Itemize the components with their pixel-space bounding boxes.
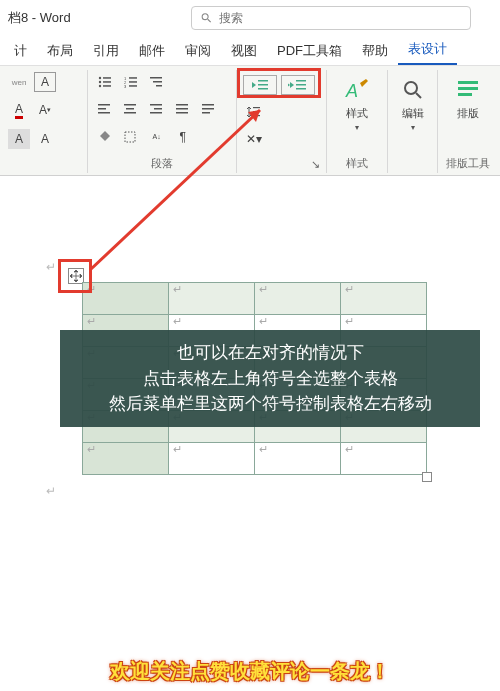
line-spacing-button[interactable] bbox=[243, 102, 265, 122]
table-cell[interactable]: ↵ bbox=[341, 443, 427, 475]
table-cell[interactable]: ↵ bbox=[83, 443, 169, 475]
title-bar: 档8 - Word bbox=[0, 0, 500, 36]
tab-design[interactable]: 计 bbox=[4, 37, 37, 65]
font-group-label bbox=[8, 157, 81, 171]
ribbon-group-paragraph: 123 A↓ ¶ 段落 bbox=[88, 70, 237, 173]
ribbon-group-layout-tools: 排版 排版工具 bbox=[438, 70, 498, 173]
multilevel-list-button[interactable] bbox=[146, 72, 168, 92]
phonetic-guide-button[interactable]: wen bbox=[8, 72, 30, 92]
font-color-button[interactable]: A bbox=[8, 100, 30, 120]
para-mark: ↵ bbox=[46, 260, 56, 274]
tab-help[interactable]: 帮助 bbox=[352, 37, 398, 65]
svg-rect-23 bbox=[150, 112, 162, 114]
table-cell[interactable]: ↵ bbox=[255, 443, 341, 475]
table-cell[interactable]: ↵ bbox=[169, 283, 255, 315]
tab-table-design[interactable]: 表设计 bbox=[398, 35, 457, 65]
svg-rect-1 bbox=[103, 77, 111, 79]
edit-label: 编辑 bbox=[402, 106, 424, 121]
styles-gallery-button[interactable]: A 样式 ▾ bbox=[333, 72, 382, 136]
tab-mailings[interactable]: 邮件 bbox=[129, 37, 175, 65]
styles-icon: A bbox=[343, 76, 371, 104]
table-row: ↵↵↵↵ bbox=[83, 443, 427, 475]
styles-group-label: 样式 bbox=[333, 154, 382, 171]
search-box[interactable] bbox=[191, 6, 471, 30]
indent-group-arrow[interactable]: ↘ bbox=[243, 156, 320, 171]
char-shading-button[interactable]: A bbox=[8, 129, 30, 149]
char-border-button[interactable]: A bbox=[34, 72, 56, 92]
svg-rect-30 bbox=[125, 132, 135, 142]
svg-rect-28 bbox=[202, 108, 214, 110]
svg-rect-15 bbox=[98, 104, 110, 106]
footer-text: 欢迎关注点赞收藏评论一条龙！ bbox=[110, 660, 390, 682]
svg-text:3: 3 bbox=[124, 84, 127, 88]
increase-indent-button[interactable] bbox=[281, 75, 315, 95]
svg-rect-20 bbox=[124, 112, 136, 114]
table-cell[interactable]: ↵ bbox=[255, 283, 341, 315]
caption-line-2: 点击表格左上角符号全选整个表格 bbox=[66, 366, 474, 392]
document-area: ↵ ↵↵↵↵ ↵↵↵↵ ↵↵↵↵ ↵↵↵↵ ↵↵↵↵ ↵↵↵↵ ↵ bbox=[0, 176, 500, 691]
ribbon-group-font: wen A A A▾ A A bbox=[2, 70, 88, 173]
svg-rect-43 bbox=[458, 87, 478, 90]
caption-line-3: 然后菜单栏里这两个符号控制表格左右移动 bbox=[66, 391, 474, 417]
tab-review[interactable]: 审阅 bbox=[175, 37, 221, 65]
tab-layout[interactable]: 布局 bbox=[37, 37, 83, 65]
svg-rect-29 bbox=[202, 112, 210, 114]
table-cell[interactable]: ↵ bbox=[169, 443, 255, 475]
svg-rect-35 bbox=[296, 84, 306, 86]
align-right-button[interactable] bbox=[146, 99, 168, 119]
doc-title: 档8 - Word bbox=[8, 9, 71, 27]
svg-rect-21 bbox=[150, 104, 162, 106]
paragraph-label: 段落 bbox=[94, 154, 230, 171]
move-icon bbox=[70, 270, 82, 282]
edit-button[interactable]: 编辑 ▾ bbox=[394, 72, 431, 136]
svg-rect-18 bbox=[124, 104, 136, 106]
svg-rect-11 bbox=[129, 85, 137, 87]
table-cell[interactable]: ↵ bbox=[341, 283, 427, 315]
svg-rect-34 bbox=[296, 80, 306, 82]
distribute-button[interactable] bbox=[198, 99, 220, 119]
ribbon-tabs: 计 布局 引用 邮件 审阅 视图 PDF工具箱 帮助 表设计 bbox=[0, 36, 500, 66]
bullets-button[interactable] bbox=[94, 72, 116, 92]
find-icon bbox=[399, 76, 427, 104]
ribbon-group-styles: A 样式 ▾ 样式 bbox=[327, 70, 389, 173]
svg-rect-39 bbox=[253, 115, 260, 116]
numbering-button[interactable]: 123 bbox=[120, 72, 142, 92]
borders-button[interactable] bbox=[120, 127, 142, 147]
enclose-char-button[interactable]: A bbox=[34, 129, 56, 149]
shading-button[interactable] bbox=[94, 127, 116, 147]
svg-rect-26 bbox=[176, 112, 188, 114]
show-marks-button[interactable]: ¶ bbox=[172, 127, 194, 147]
svg-point-2 bbox=[98, 81, 100, 83]
align-center-button[interactable] bbox=[120, 99, 142, 119]
asian-layout-button[interactable]: ✕▾ bbox=[243, 129, 265, 149]
svg-rect-33 bbox=[258, 88, 268, 90]
svg-rect-5 bbox=[103, 85, 111, 87]
svg-rect-44 bbox=[458, 93, 472, 96]
svg-rect-7 bbox=[129, 77, 137, 79]
table-resize-handle[interactable] bbox=[422, 472, 432, 482]
justify-button[interactable] bbox=[172, 99, 194, 119]
ribbon-group-indent: ✕▾ ↘ bbox=[237, 70, 327, 173]
tab-references[interactable]: 引用 bbox=[83, 37, 129, 65]
sort-button[interactable]: A↓ bbox=[146, 127, 168, 147]
svg-rect-14 bbox=[156, 85, 162, 87]
svg-rect-22 bbox=[154, 108, 162, 110]
align-left-button[interactable] bbox=[94, 99, 116, 119]
char-circle-button[interactable]: A▾ bbox=[34, 100, 56, 120]
svg-rect-37 bbox=[253, 107, 260, 108]
svg-rect-25 bbox=[176, 108, 188, 110]
layout-group-label: 排版工具 bbox=[444, 154, 492, 171]
layout-tools-button[interactable]: 排版 bbox=[444, 72, 492, 125]
search-input[interactable] bbox=[219, 11, 462, 25]
tab-pdf-tools[interactable]: PDF工具箱 bbox=[267, 37, 352, 65]
svg-rect-31 bbox=[258, 80, 268, 82]
svg-rect-24 bbox=[176, 104, 188, 106]
table-cell[interactable]: ↵ bbox=[83, 283, 169, 315]
tab-view[interactable]: 视图 bbox=[221, 37, 267, 65]
footer-caption: 欢迎关注点赞收藏评论一条龙！ bbox=[0, 658, 500, 685]
svg-rect-19 bbox=[126, 108, 134, 110]
ribbon: wen A A A▾ A A 123 A↓ ¶ bbox=[0, 66, 500, 176]
decrease-indent-button[interactable] bbox=[243, 75, 277, 95]
svg-rect-9 bbox=[129, 81, 137, 83]
table-row: ↵↵↵↵ bbox=[83, 283, 427, 315]
